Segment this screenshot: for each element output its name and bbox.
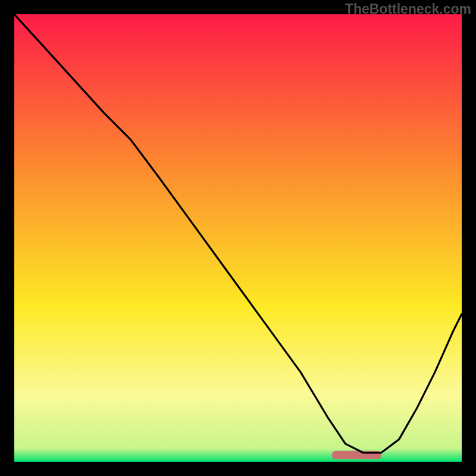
chart-svg — [14, 14, 462, 462]
plot-area — [14, 14, 462, 462]
gradient-background — [14, 14, 462, 462]
chart-frame: TheBottleneck.com — [0, 0, 476, 476]
